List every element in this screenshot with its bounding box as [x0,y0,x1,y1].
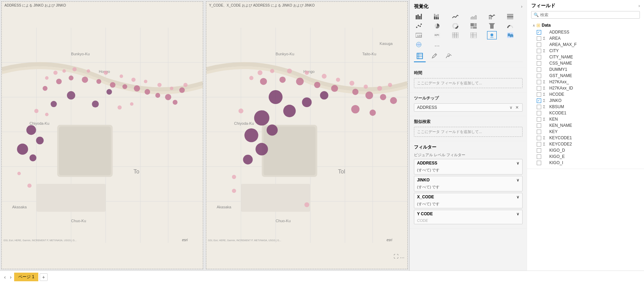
field-checkbox[interactable] [537,130,541,134]
fields-expand-chevron[interactable]: › [638,3,640,8]
field-checkbox[interactable] [537,67,541,72]
field-checkbox[interactable] [537,111,541,115]
field-checkbox[interactable] [537,148,541,153]
field-item[interactable]: KEN_NAME [531,122,640,129]
filter-item-address[interactable]: ADDRESS ∨ (すべて) です [414,159,523,174]
filter-xcode-chevron[interactable]: ∨ [516,195,519,199]
viz-icon-kpi[interactable]: KPI [432,31,442,39]
viz-icon-card[interactable]: 123 [414,31,424,39]
viz-icon-map[interactable] [487,31,497,39]
map-panel-2[interactable]: Y_CODE、X_CODE および ADDRESS による JINKO および … [206,1,408,269]
svg-point-169 [448,54,450,56]
field-item[interactable]: ΣJINKO [531,97,640,104]
tooltip-dropdown-btn[interactable]: ∨ [509,105,513,110]
field-item[interactable]: ΣH27KAxx_ [531,79,640,85]
fields-panel: フィールド › 🔍 ∧ ⊞ Data ADDRESSΣAREAAREA_MAX_… [527,0,644,169]
viz-icon-azure-map[interactable] [414,40,424,49]
tooltip-remove-btn[interactable]: ✕ [515,105,519,110]
viz-icon-filled-map[interactable] [505,31,515,39]
field-checkbox[interactable] [537,98,541,103]
field-checkbox[interactable] [537,105,541,109]
field-checkbox[interactable] [537,61,541,66]
filter-item-xcode[interactable]: X_CODE ∨ (すべて) です [414,193,523,208]
filter-address-chevron[interactable]: ∨ [516,161,519,166]
similarity-placeholder[interactable]: ここにデータ フィールドを追加して... [414,127,523,137]
viz-icon-matrix[interactable] [469,31,478,39]
viz-icon-more[interactable]: … [432,40,442,49]
field-checkbox[interactable] [537,49,541,53]
viz-icon-area[interactable] [469,12,478,21]
field-item[interactable]: GST_NAME [531,73,640,79]
viz-icon-treemap[interactable] [469,22,478,30]
viz-icon-combo[interactable] [487,12,497,21]
viz-icon-ribbon[interactable] [505,12,515,21]
viz-icon-bar[interactable] [414,12,424,21]
field-item[interactable]: KIGO_D [531,147,640,153]
map-panel-1[interactable]: ADDRESS による JINKO および JINKO [1,1,203,269]
field-checkbox[interactable] [537,123,541,128]
viz-icon-funnel[interactable] [487,22,497,30]
field-name-label: ADDRESS [549,30,569,35]
field-checkbox[interactable] [537,136,541,140]
field-sigma-icon: Σ [543,80,547,84]
field-item[interactable]: ΣKEN [531,116,640,122]
viz-icon-gauge[interactable] [505,22,515,30]
field-checkbox[interactable] [537,80,541,84]
field-item[interactable]: AREA_MAX_F [531,41,640,48]
field-item[interactable]: ΣHCODE [531,91,640,97]
field-item[interactable]: ΣKEYCODE2 [531,141,640,147]
expand-icon[interactable]: ⛶ [394,254,398,259]
svg-point-57 [17,172,21,175]
viz-icon-line[interactable] [450,12,460,21]
field-item[interactable]: DUMMY1 [531,66,640,73]
format-tabs [414,51,523,62]
field-checkbox[interactable] [537,86,541,91]
viz-icon-scatter[interactable] [414,22,424,30]
field-checkbox[interactable] [537,43,541,47]
filter-item-jinko[interactable]: JINKO ∨ (すべて) です [414,176,523,191]
fields-search-input[interactable] [540,12,638,17]
field-checkbox[interactable] [537,30,541,35]
page-prev-btn[interactable]: ‹ [3,274,7,281]
field-checkbox[interactable] [537,92,541,97]
field-item[interactable]: ΣH27KAxx_ID [531,85,640,91]
viz-icon-table[interactable] [450,31,460,39]
filter-item-ycode[interactable]: Y CODE ∨ CODE [414,210,523,224]
viz-icon-pie[interactable] [432,22,442,30]
page-next-btn[interactable]: › [9,274,13,281]
page-add-btn[interactable]: + [40,273,47,281]
filter-jinko-chevron[interactable]: ∨ [516,178,519,182]
tab-fields[interactable] [414,51,426,62]
svg-text:GSI, Esri, HERE, Garmin, INCRE: GSI, Esri, HERE, Garmin, INCREMENT P, ME… [208,239,281,242]
field-item[interactable]: KIGO_I [531,160,640,166]
svg-point-51 [170,87,174,90]
field-item[interactable]: ΣKBSUM [531,104,640,110]
field-checkbox[interactable] [537,117,541,122]
viz-icon-donut[interactable] [450,22,460,30]
field-item[interactable]: ΣAREA [531,35,640,41]
field-checkbox[interactable] [537,142,541,147]
field-item[interactable]: KIGO_E [531,153,640,160]
field-item[interactable]: KEY [531,129,640,135]
field-checkbox[interactable] [537,55,541,59]
data-table-icon: ⊞ [536,22,541,28]
field-checkbox[interactable] [537,161,541,165]
viz-icon-stacked-bar[interactable] [432,12,442,21]
field-item[interactable]: CITY_NAME [531,54,640,60]
field-checkbox[interactable] [537,154,541,159]
tab-analytics[interactable] [443,51,455,62]
field-item[interactable]: ADDRESS [531,29,640,35]
time-placeholder[interactable]: ここにデータ フィールドを追加して... [414,78,523,88]
field-item[interactable]: KCODE1 [531,110,640,116]
field-checkbox[interactable] [537,36,541,41]
viz-expand-chevron[interactable]: › [521,4,523,9]
page-1-tab[interactable]: ページ 1 [14,273,38,281]
field-item[interactable]: CSS_NAME [531,60,640,66]
field-item[interactable]: ΣKEYCODE1 [531,135,640,141]
data-table-header[interactable]: ∧ ⊞ Data [531,21,640,29]
filter-ycode-chevron[interactable]: ∨ [516,211,519,216]
tab-format[interactable] [428,51,440,62]
more-icon[interactable]: … [400,254,405,259]
field-item[interactable]: ΣCITY [531,48,640,54]
field-checkbox[interactable] [537,74,541,78]
